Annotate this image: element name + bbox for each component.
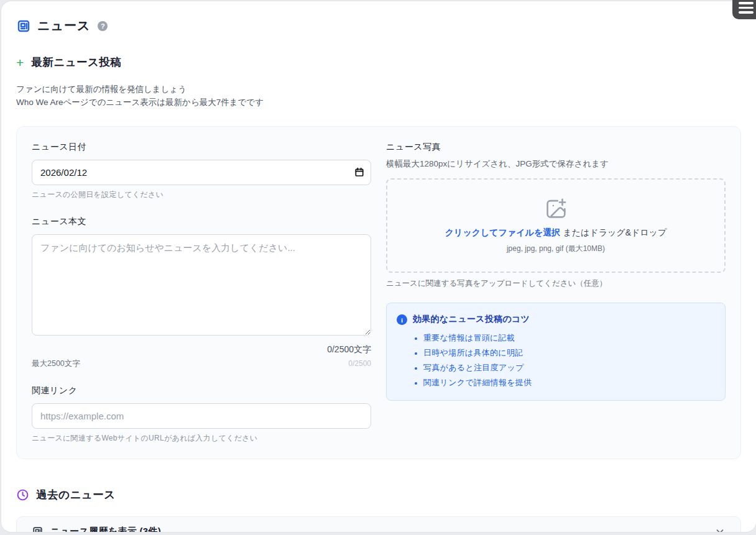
link-helper: ニュースに関連するWebサイトのURLがあれば入力してください [32, 433, 371, 444]
body-textarea[interactable] [32, 234, 371, 336]
photo-description: 横幅最大1280pxにリサイズされ、JPG形式で保存されます [386, 158, 726, 170]
char-counter: 0/2500文字 [32, 344, 371, 355]
description-line-1: ファンに向けて最新の情報を発信しましょう [16, 83, 741, 96]
news-icon [16, 19, 31, 34]
photo-upload-dropzone[interactable]: クリックしてファイルを選択またはドラッグ&ドロップ jpeg, jpg, png… [386, 178, 726, 273]
latest-news-description: ファンに向けて最新の情報を発信しましょう Who We Areページでのニュース… [16, 83, 741, 109]
date-input[interactable] [32, 160, 371, 185]
form-right-column: ニュース写真 横幅最大1280pxにリサイズされ、JPG形式で保存されます クリ… [386, 142, 726, 444]
date-helper: ニュースの公開日を設定してください [32, 190, 371, 200]
description-line-2: Who We Areページでのニュース表示は最新から最大7件までです [16, 96, 741, 109]
tips-item: 写真があると注目度アップ [423, 360, 532, 375]
plus-icon: + [16, 56, 24, 69]
hamburger-menu-button[interactable] [732, 0, 756, 19]
form-left-column: ニュース日付 ニュースの公開日を設定してください ニュース本文 0/2500文字… [32, 142, 371, 444]
tips-item: 重要な情報は冒頭に記載 [423, 331, 532, 345]
upload-instruction: クリックしてファイルを選択またはドラッグ&ドロップ [445, 227, 667, 239]
past-news-section-header: 過去のニュース [16, 487, 741, 502]
news-history-toggle[interactable]: ニュース履歴を表示 (3件) [16, 516, 741, 532]
tips-item: 日時や場所は具体的に明記 [423, 345, 532, 360]
file-select-link[interactable]: クリックしてファイルを選択 [445, 227, 561, 237]
upload-formats: jpeg, jpg, png, gif (最大10MB) [507, 244, 605, 254]
body-label: ニュース本文 [32, 216, 371, 227]
hamburger-icon [739, 2, 754, 4]
chevron-down-icon [714, 526, 726, 532]
main-panel: ニュース ? + 最新ニュース投稿 ファンに向けて最新の情報を発信しましょう W… [1, 1, 756, 532]
tips-item: 関連リンクで詳細情報を提供 [423, 375, 532, 390]
char-counter-small: 0/2500 [348, 359, 371, 368]
history-news-icon [32, 526, 44, 533]
tips-callout: i 効果的なニュース投稿のコツ 重要な情報は冒頭に記載 日時や場所は具体的に明記… [386, 303, 726, 401]
max-chars-label: 最大2500文字 [32, 359, 80, 369]
page-header: ニュース ? [16, 17, 741, 34]
latest-news-section-header: + 最新ニュース投稿 [16, 55, 741, 70]
history-toggle-label: ニュース履歴を表示 (3件) [50, 526, 161, 533]
drag-drop-text: またはドラッグ&ドロップ [563, 227, 666, 237]
link-input[interactable] [32, 403, 371, 429]
news-form-card: ニュース日付 ニュースの公開日を設定してください ニュース本文 0/2500文字… [16, 126, 741, 459]
past-news-title: 過去のニュース [36, 487, 116, 502]
help-icon[interactable]: ? [98, 21, 108, 31]
info-icon: i [397, 314, 407, 325]
calendar-icon[interactable] [354, 167, 364, 177]
tips-title: 効果的なニュース投稿のコツ [413, 314, 532, 325]
image-plus-icon [545, 197, 568, 220]
latest-news-title: 最新ニュース投稿 [31, 55, 121, 70]
photo-label: ニュース写真 [386, 142, 726, 153]
date-label: ニュース日付 [32, 142, 371, 153]
photo-helper: ニュースに関連する写真をアップロードしてください（任意） [386, 278, 726, 289]
tips-list: 重要な情報は冒頭に記載 日時や場所は具体的に明記 写真があると注目度アップ 関連… [413, 331, 532, 390]
page-title: ニュース [37, 17, 90, 34]
clock-icon [16, 488, 29, 501]
link-label: 関連リンク [32, 385, 371, 396]
